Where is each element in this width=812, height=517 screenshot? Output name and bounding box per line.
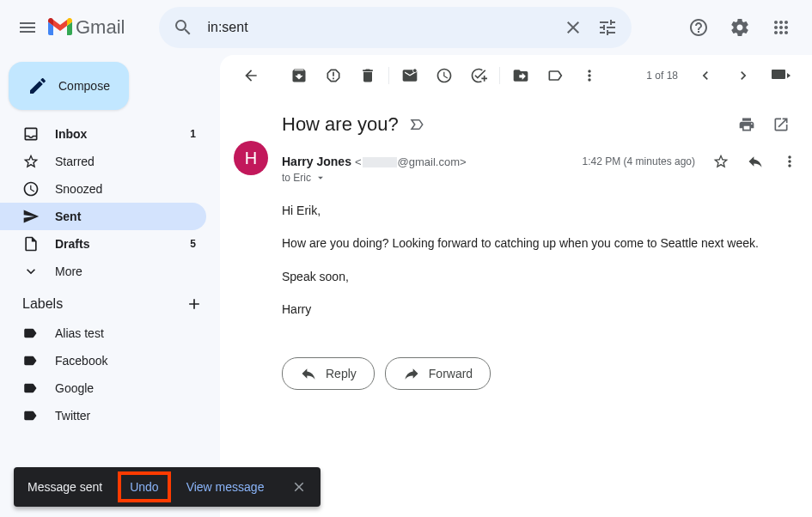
message-area: How are you? H Harry Jones <@gmail.com> … [220, 96, 812, 404]
open-in-new-icon [772, 116, 790, 133]
clock-icon [22, 180, 40, 198]
forward-action-button[interactable]: Forward [385, 357, 491, 390]
label-text: Twitter [55, 409, 90, 423]
compose-label: Compose [58, 79, 110, 93]
keyboard-icon [772, 70, 791, 82]
search-button[interactable] [166, 10, 200, 45]
sidebar-item-drafts[interactable]: Drafts 5 [0, 230, 206, 258]
move-to-button[interactable] [504, 58, 538, 93]
tune-icon [597, 17, 618, 38]
header: Gmail [0, 0, 812, 55]
clear-search-button[interactable] [556, 10, 590, 45]
search-icon [173, 17, 193, 38]
separator [388, 67, 389, 84]
svg-rect-2 [772, 70, 785, 79]
body-line: Hi Erik, [282, 201, 798, 220]
message-body: Hi Erik, How are you doing? Looking forw… [282, 184, 798, 350]
arrow-back-icon [242, 67, 259, 84]
message-subject: How are you? [282, 113, 399, 136]
nav-label: More [55, 265, 196, 278]
message-more-button[interactable] [781, 153, 798, 170]
separator [499, 67, 500, 84]
nav-label: Sent [55, 210, 196, 223]
pencil-icon [27, 76, 48, 96]
message-actions: Reply Forward [282, 350, 798, 390]
sidebar-item-snoozed[interactable]: Snoozed [0, 175, 206, 203]
compose-button[interactable]: Compose [9, 62, 129, 110]
reply-button[interactable] [747, 153, 764, 170]
header-actions [681, 10, 805, 45]
sidebar-item-starred[interactable]: Starred [0, 148, 206, 175]
search-options-button[interactable] [590, 10, 625, 45]
sender-avatar[interactable]: H [234, 141, 268, 175]
main-content: 1 of 18 How are you? H Harry Jones <@gma… [220, 55, 812, 517]
sender-row: Harry Jones <@gmail.com> 1:42 PM (4 minu… [282, 153, 798, 170]
message-toolbar: 1 of 18 [220, 55, 812, 96]
snooze-icon [436, 67, 453, 84]
archive-button[interactable] [282, 58, 316, 93]
reply-icon [747, 153, 764, 170]
sidebar: Compose Inbox 1 Starred Snoozed Sent Dra… [0, 55, 220, 517]
plus-icon [186, 295, 203, 313]
search-input[interactable] [200, 20, 556, 35]
more-actions-button[interactable] [572, 58, 607, 93]
gmail-logo[interactable]: Gmail [48, 16, 150, 39]
delete-button[interactable] [351, 58, 385, 93]
labels-button[interactable] [538, 58, 572, 93]
add-task-button[interactable] [461, 58, 496, 93]
labels-header: Labels [0, 285, 220, 319]
prev-message-button[interactable] [688, 58, 723, 93]
main-menu-button[interactable] [7, 7, 48, 48]
nav-label: Snoozed [55, 182, 196, 196]
star-outline-icon [712, 153, 730, 170]
sender-name: Harry Jones [282, 155, 351, 168]
label-item[interactable]: Alias test [0, 319, 220, 347]
toast-close-button[interactable] [291, 479, 307, 495]
nav-label: Starred [55, 155, 196, 168]
nav-label: Inbox [55, 127, 190, 141]
snooze-button[interactable] [427, 58, 461, 93]
print-icon [738, 116, 755, 133]
support-button[interactable] [681, 10, 716, 45]
archive-icon [290, 67, 308, 84]
back-button[interactable] [234, 58, 268, 93]
star-icon [22, 153, 40, 170]
nav-label: Drafts [55, 237, 190, 251]
google-apps-button[interactable] [764, 10, 798, 45]
label-item[interactable]: Twitter [0, 402, 220, 429]
spam-button[interactable] [316, 58, 351, 93]
next-message-button[interactable] [726, 58, 760, 93]
forward-label: Forward [429, 367, 473, 380]
star-message-button[interactable] [712, 153, 730, 170]
mark-unread-button[interactable] [393, 58, 427, 93]
view-message-button[interactable]: View message [186, 480, 265, 494]
report-spam-icon [325, 67, 342, 84]
label-item[interactable]: Facebook [0, 347, 220, 374]
open-new-window-button[interactable] [772, 116, 790, 133]
recipient-row[interactable]: to Eric [282, 172, 798, 184]
reply-icon [300, 365, 317, 382]
forward-icon [403, 365, 420, 382]
close-icon [563, 17, 583, 38]
input-tools-button[interactable] [764, 58, 798, 93]
print-button[interactable] [738, 116, 755, 133]
sidebar-item-sent[interactable]: Sent [0, 203, 206, 230]
help-icon [688, 17, 709, 38]
label-item[interactable]: Google [0, 374, 220, 402]
body-line: How are you doing? Looking forward to ca… [282, 234, 798, 252]
reply-action-button[interactable]: Reply [282, 357, 375, 390]
hamburger-icon [17, 17, 38, 38]
gmail-logo-icon [48, 18, 72, 37]
settings-button[interactable] [723, 10, 757, 45]
subject-row: How are you? [282, 103, 798, 153]
label-icon [546, 67, 564, 84]
add-label-button[interactable] [186, 295, 203, 313]
more-vert-icon [581, 67, 598, 84]
sidebar-item-more[interactable]: More [0, 258, 206, 285]
folder-move-icon [512, 67, 529, 84]
undo-button[interactable]: Undo [130, 480, 158, 494]
label-text: Facebook [55, 354, 107, 368]
important-marker[interactable] [409, 117, 424, 132]
sidebar-item-inbox[interactable]: Inbox 1 [0, 120, 206, 148]
gear-icon [730, 17, 750, 38]
